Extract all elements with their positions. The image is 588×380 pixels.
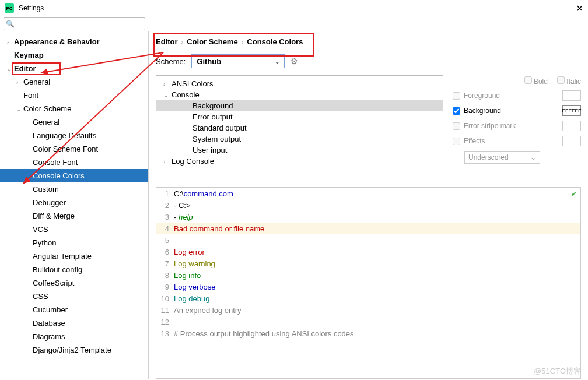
foreground-swatch[interactable]	[562, 90, 581, 101]
error-stripe-row[interactable]: Error stripe mark	[453, 121, 581, 131]
category-label: Standard output	[192, 124, 247, 132]
line-code: # Process output highlighted using ANSI …	[174, 329, 580, 338]
category-label: Background	[192, 101, 233, 110]
category-item[interactable]: User input	[156, 145, 443, 156]
bold-check[interactable]: Bold	[524, 76, 548, 86]
line-number: 2	[156, 201, 174, 210]
font-properties: Bold Italic Foreground Background FFFFFF…	[453, 75, 581, 180]
line-number: 3	[156, 213, 174, 221]
title-bar: PC Settings ✕	[0, 0, 588, 16]
preview-line[interactable]: 3- help	[156, 211, 580, 223]
tree-item-label: Cucumber	[33, 305, 68, 314]
category-tree[interactable]: ›ANSI Colors⌄ConsoleBackgroundError outp…	[156, 75, 443, 180]
preview-line[interactable]: 1C:\command.com	[156, 188, 580, 199]
preview-line[interactable]: 2- C:>	[156, 199, 580, 211]
tree-item[interactable]: Database	[0, 316, 148, 330]
tree-item-label: Debugger	[33, 198, 66, 207]
chevron-down-icon: ⌄	[275, 58, 279, 65]
tree-item[interactable]: ›Appearance & Behavior	[0, 35, 148, 48]
tree-item-label: Custom	[33, 185, 59, 193]
line-code: Log warning	[174, 259, 580, 268]
scheme-value: Github	[197, 57, 221, 66]
line-code: - C:>	[174, 201, 580, 210]
preview-line[interactable]: 9Log verbose	[156, 281, 580, 293]
effects-row[interactable]: Effects	[453, 136, 581, 146]
category-item[interactable]: Error output	[156, 111, 443, 122]
effects-swatch[interactable]	[562, 136, 581, 146]
tree-item[interactable]: Color Scheme Font	[0, 142, 148, 156]
tree-item-label: CoffeeScript	[33, 279, 74, 287]
tree-item[interactable]: Django/Jinja2 Template	[0, 343, 148, 357]
preview-line[interactable]: 5	[156, 234, 580, 246]
category-label: Error output	[192, 112, 233, 121]
line-number: 9	[156, 283, 174, 291]
category-item[interactable]: Standard output	[156, 122, 443, 133]
tree-item-label: Django/Jinja2 Template	[33, 346, 111, 354]
italic-check[interactable]: Italic	[557, 76, 581, 86]
search-input[interactable]	[4, 17, 145, 30]
tree-item[interactable]: Diff & Merge	[0, 209, 148, 223]
tree-item[interactable]: Font	[0, 89, 148, 102]
preview-line[interactable]: 12	[156, 316, 580, 328]
scheme-select[interactable]: Github ⌄	[191, 54, 285, 68]
error-stripe-swatch[interactable]	[562, 121, 581, 131]
check-icon: ✔	[571, 190, 577, 198]
tree-item[interactable]: Diagrams	[0, 330, 148, 343]
effects-select[interactable]: Underscored⌄	[464, 151, 540, 164]
arrow-icon: ⌄	[163, 92, 172, 98]
line-code: Log debug	[174, 294, 580, 303]
preview-line[interactable]: 11An expired log entry	[156, 304, 580, 316]
tree-item[interactable]: Angular Template	[0, 249, 148, 263]
line-code: Log info	[174, 271, 580, 280]
category-item[interactable]: ›Log Console	[156, 156, 443, 167]
category-item[interactable]: ⌄Console	[156, 89, 443, 100]
tree-item[interactable]: Keymap	[0, 48, 148, 62]
tree-item[interactable]: Debugger	[0, 196, 148, 209]
foreground-row[interactable]: Foreground	[453, 90, 581, 101]
preview-line[interactable]: 13# Process output highlighted using ANS…	[156, 328, 580, 339]
arrow-icon: ⌄	[7, 66, 14, 72]
preview-line[interactable]: 7Log warning	[156, 258, 580, 269]
tree-item[interactable]: ›General	[0, 75, 148, 89]
background-row[interactable]: Background FFFFFF	[453, 105, 581, 116]
tree-item[interactable]: Custom	[0, 182, 148, 196]
line-number: 6	[156, 248, 174, 256]
tree-item-label: Buildout config	[33, 265, 82, 274]
tree-item[interactable]: Console Font	[0, 156, 148, 169]
settings-tree[interactable]: ›Appearance & BehaviorKeymap⌄Editor›Gene…	[0, 31, 149, 379]
close-icon[interactable]: ✕	[576, 3, 583, 14]
arrow-icon: ›	[163, 159, 172, 165]
tree-item-label: Appearance & Behavior	[14, 37, 100, 46]
tree-item[interactable]: CSS	[0, 290, 148, 303]
category-item[interactable]: ›ANSI Colors	[156, 78, 443, 89]
category-item[interactable]: System output	[156, 133, 443, 145]
tree-item[interactable]: ⌄Editor	[0, 62, 148, 75]
tree-item[interactable]: Console Colors	[0, 169, 148, 182]
arrow-icon: ›	[16, 79, 23, 86]
preview-line[interactable]: 6Log error	[156, 246, 580, 258]
gear-icon[interactable]: ⚙	[290, 57, 298, 66]
tree-item[interactable]: Language Defaults	[0, 129, 148, 142]
category-label: Log Console	[172, 157, 214, 166]
tree-item[interactable]: VCS	[0, 223, 148, 236]
tree-item[interactable]: Cucumber	[0, 303, 148, 316]
tree-item[interactable]: General	[0, 115, 148, 129]
tree-item[interactable]: Buildout config	[0, 263, 148, 276]
tree-item[interactable]: Python	[0, 236, 148, 249]
preview-pane[interactable]: ✔ 1C:\command.com2- C:>3- help4Bad comma…	[156, 187, 581, 379]
line-code: - help	[174, 213, 580, 221]
tree-item[interactable]: ⌄Color Scheme	[0, 102, 148, 115]
tree-item-label: Language Defaults	[33, 131, 96, 140]
category-item[interactable]: Background	[156, 100, 443, 111]
preview-line[interactable]: 10Log debug	[156, 293, 580, 304]
tree-item-label: Console Colors	[33, 171, 85, 180]
app-icon: PC	[5, 3, 14, 13]
tree-item[interactable]: CoffeeScript	[0, 276, 148, 290]
tree-item-label: VCS	[33, 225, 48, 234]
line-number: 5	[156, 236, 174, 245]
line-number: 8	[156, 271, 174, 280]
preview-line[interactable]: 4Bad command or file name	[156, 223, 580, 234]
background-swatch[interactable]: FFFFFF	[562, 105, 581, 116]
preview-line[interactable]: 8Log info	[156, 269, 580, 281]
scheme-row: Scheme: Github ⌄ ⚙	[149, 51, 588, 75]
